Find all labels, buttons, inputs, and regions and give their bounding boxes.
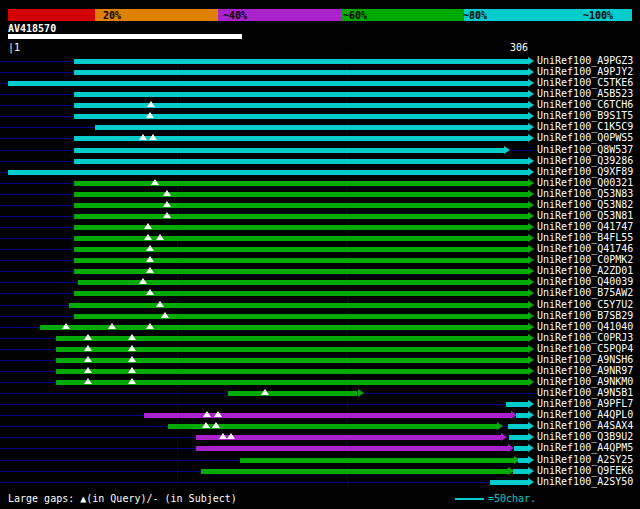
- query-gap-marker: [84, 367, 92, 373]
- hit-arrow: [528, 179, 534, 187]
- hit-label: UniRef100_Q3B9U2: [537, 432, 633, 442]
- hit-arrow: [528, 245, 534, 253]
- hit-label: UniRef100_Q00321: [537, 178, 633, 188]
- hit-bar[interactable]: [74, 258, 528, 263]
- hit-bar[interactable]: [508, 424, 528, 429]
- hit-arrow: [528, 68, 534, 76]
- hit-bar[interactable]: [8, 170, 528, 175]
- hit-bar[interactable]: [514, 446, 528, 451]
- hit-bar[interactable]: [509, 435, 528, 440]
- hit-bar[interactable]: [516, 413, 528, 418]
- hit-arrow: [528, 90, 534, 98]
- hit-bar[interactable]: [8, 81, 528, 86]
- query-gap-marker: [128, 345, 136, 351]
- hit-arrow: [528, 478, 534, 486]
- hit-label: UniRef100_C5Y7U2: [537, 300, 633, 310]
- query-gap-marker: [161, 312, 169, 318]
- query-gap-marker: [146, 112, 154, 118]
- hit-bar[interactable]: [506, 402, 528, 407]
- hit-label: UniRef100_A9NSH6: [537, 355, 633, 365]
- hit-bar[interactable]: [228, 391, 358, 396]
- hit-bar[interactable]: [74, 269, 528, 274]
- hit-bar[interactable]: [240, 458, 514, 463]
- hit-bar[interactable]: [74, 291, 528, 296]
- hit-bar[interactable]: [518, 458, 528, 463]
- hit-bar[interactable]: [201, 469, 508, 474]
- hit-bar[interactable]: [74, 203, 528, 208]
- query-gap-marker: [261, 389, 269, 395]
- hit-bar[interactable]: [56, 358, 528, 363]
- hit-bar[interactable]: [74, 70, 528, 75]
- query-gap-marker: [146, 267, 154, 273]
- hit-arrow: [528, 356, 534, 364]
- hit-label: UniRef100_A4SAX4: [537, 421, 633, 431]
- hit-arrow: [528, 301, 534, 309]
- hit-bar[interactable]: [74, 148, 504, 153]
- hit-arrow: [497, 422, 503, 430]
- hit-label: UniRef100_A9N5B1: [537, 388, 633, 398]
- hit-label: UniRef100_A2ZD01: [537, 266, 633, 276]
- hit-arrow: [528, 378, 534, 386]
- query-gap-marker: [146, 289, 154, 295]
- hit-label: UniRef100_Q0PWS5: [537, 133, 633, 143]
- hit-arrow: [528, 278, 534, 286]
- hit-arrow: [528, 190, 534, 198]
- hit-bar[interactable]: [74, 181, 528, 186]
- hit-bar[interactable]: [74, 59, 528, 64]
- hit-arrow: [528, 422, 534, 430]
- query-gap-marker: [84, 378, 92, 384]
- query-gap-marker: [202, 422, 210, 428]
- hit-label: UniRef100_Q53N81: [537, 211, 633, 221]
- hit-bar[interactable]: [74, 103, 528, 108]
- hit-label: UniRef100_C1K5C9: [537, 122, 633, 132]
- hit-bar[interactable]: [74, 114, 528, 119]
- hit-bar[interactable]: [74, 192, 528, 197]
- query-gap-marker: [203, 411, 211, 417]
- hit-bar[interactable]: [196, 435, 501, 440]
- hit-bar[interactable]: [74, 236, 528, 241]
- hit-label: UniRef100_B4FL55: [537, 233, 633, 243]
- query-gap-marker: [146, 323, 154, 329]
- hit-bar[interactable]: [74, 225, 528, 230]
- hit-label: UniRef100_Q8W537: [537, 145, 633, 155]
- hit-arrow: [528, 312, 534, 320]
- query-gap-marker: [128, 334, 136, 340]
- hit-bar[interactable]: [74, 214, 528, 219]
- hit-bar[interactable]: [69, 303, 528, 308]
- hit-bar[interactable]: [513, 469, 528, 474]
- hit-bar[interactable]: [74, 159, 528, 164]
- gaps-legend-text: Large gaps: ▲(in Query)/- (in Subject): [8, 493, 237, 504]
- hit-arrow: [528, 223, 534, 231]
- hit-label: UniRef100_A9PJY2: [537, 67, 633, 77]
- hit-label: UniRef100_A4QPM5: [537, 443, 633, 453]
- hit-bar[interactable]: [56, 369, 528, 374]
- hit-bar[interactable]: [56, 336, 528, 341]
- hit-bar[interactable]: [74, 92, 528, 97]
- query-gap-marker: [156, 234, 164, 240]
- row-baseline: [0, 404, 534, 405]
- hit-bar[interactable]: [490, 480, 528, 485]
- hit-label: UniRef100_B7SB29: [537, 311, 633, 321]
- hit-label: UniRef100_Q53N82: [537, 200, 633, 210]
- query-gap-marker: [84, 345, 92, 351]
- hit-bar[interactable]: [56, 347, 528, 352]
- hit-arrow: [528, 267, 534, 275]
- blast-overview-page: 20%~40%~60%~80%~100% AV418570 |1 306 Uni…: [0, 0, 640, 509]
- hit-label: UniRef100_A9PFL7: [537, 399, 633, 409]
- hit-bar[interactable]: [95, 125, 528, 130]
- hit-arrow: [528, 334, 534, 342]
- hit-label: UniRef100_Q41746: [537, 244, 633, 254]
- query-gap-marker: [149, 134, 157, 140]
- hit-bar[interactable]: [74, 247, 528, 252]
- hit-label: UniRef100_A9NKM0: [537, 377, 633, 387]
- query-gap-marker: [139, 134, 147, 140]
- hit-bar[interactable]: [196, 446, 508, 451]
- query-gap-marker: [214, 411, 222, 417]
- hit-bar[interactable]: [144, 413, 511, 418]
- hit-bar[interactable]: [74, 314, 528, 319]
- hit-label: UniRef100_A4QPL0: [537, 410, 633, 420]
- hit-arrow: [528, 400, 534, 408]
- hit-arrow: [358, 389, 364, 397]
- query-gap-marker: [212, 422, 220, 428]
- hit-bar[interactable]: [56, 380, 528, 385]
